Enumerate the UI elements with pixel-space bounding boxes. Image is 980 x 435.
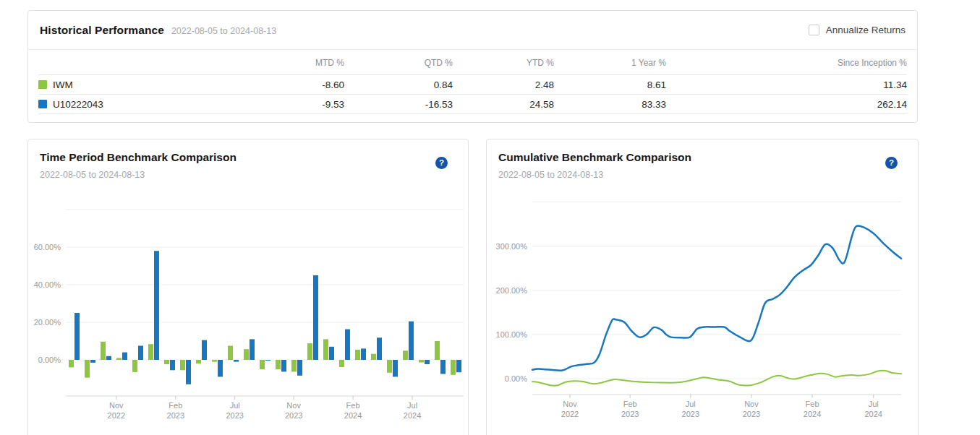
chart-title: Time Period Benchmark Comparison	[40, 151, 456, 164]
historical-performance-header: Historical Performance 2022-08-05 to 202…	[28, 11, 917, 50]
bar-U10222043	[409, 322, 414, 360]
x-axis-label-year: 2022	[108, 411, 125, 420]
x-axis-label-year: 2023	[621, 410, 639, 418]
row-name: U10222043	[53, 99, 103, 110]
x-axis-label-month: Jul	[869, 400, 879, 408]
bar-U10222043	[361, 348, 366, 360]
bar-U10222043	[74, 313, 80, 360]
x-axis-label-year: 2023	[743, 410, 760, 418]
bar-IWM	[148, 344, 153, 360]
bar-IWM	[85, 360, 90, 378]
panel-title: Historical Performance	[40, 24, 164, 37]
bar-U10222043	[170, 360, 175, 370]
x-axis-label-year: 2023	[285, 411, 302, 420]
bar-U10222043	[122, 353, 127, 360]
bar-IWM	[196, 360, 201, 363]
x-axis-label-month: Feb	[169, 401, 182, 410]
bar-IWM	[116, 358, 122, 360]
bar-U10222043	[377, 337, 382, 360]
bar-U10222043	[329, 347, 334, 360]
annualize-checkbox[interactable]	[809, 25, 819, 35]
row-label-column-header	[38, 50, 284, 75]
bar-U10222043	[345, 330, 350, 360]
x-axis-label-year: 2024	[404, 411, 421, 420]
y-axis-label: 0.00%	[505, 374, 527, 383]
x-axis-label-year: 2022	[561, 410, 579, 418]
y-axis-label: 300.00%	[496, 242, 528, 251]
bar-U10222043	[106, 356, 111, 360]
cumulative-benchmark-panel: 0.00%100.00%200.00%300.00%Nov2022Feb2023…	[486, 139, 919, 435]
y-axis-label: 60.00%	[34, 243, 61, 251]
bar-IWM	[323, 339, 328, 360]
x-axis-label-year: 2023	[682, 410, 699, 418]
row-label-cell: IWM	[38, 75, 284, 95]
x-axis-label-month: Jul	[407, 401, 417, 410]
x-axis-label-month: Jul	[230, 401, 240, 410]
x-axis-label-year: 2023	[167, 411, 184, 420]
x-axis-label-month: Feb	[806, 400, 819, 408]
x-axis-label-month: Jul	[686, 400, 696, 408]
x-axis-label-year: 2023	[226, 411, 244, 420]
bar-U10222043	[456, 360, 461, 372]
line-IWM	[532, 371, 901, 386]
x-axis-label-month: Nov	[286, 401, 301, 410]
bar-U10222043	[297, 360, 302, 376]
historical-performance-panel: Historical Performance 2022-08-05 to 202…	[27, 10, 918, 123]
bar-U10222043	[313, 275, 318, 360]
metric-value: 11.34	[666, 75, 907, 95]
annualize-label: Annualize Returns	[826, 25, 906, 35]
bar-IWM	[164, 360, 169, 364]
bar-IWM	[307, 343, 312, 360]
metric-value: -16.53	[344, 95, 453, 114]
row-label-cell: U10222043	[38, 95, 284, 114]
bar-IWM	[212, 360, 217, 362]
bar-IWM	[339, 360, 344, 367]
column-header: MTD %	[284, 50, 344, 75]
x-axis-label-month: Nov	[744, 400, 759, 408]
chart-date-range: 2022-08-05 to 2024-08-13	[40, 170, 456, 180]
help-icon[interactable]: ?	[435, 157, 448, 169]
bar-IWM	[291, 360, 297, 371]
bar-U10222043	[90, 360, 95, 363]
metric-value: 24.58	[453, 95, 554, 114]
line-U10222043	[532, 225, 901, 370]
chart-title: Cumulative Benchmark Comparison	[498, 151, 906, 164]
metric-value: 2.48	[453, 75, 554, 95]
x-axis-label-year: 2024	[344, 411, 362, 420]
x-axis-label-month: Nov	[109, 401, 124, 410]
bar-IWM	[69, 360, 74, 367]
bar-IWM	[101, 342, 106, 360]
metric-value: 8.61	[554, 75, 666, 95]
x-axis-label-year: 2024	[865, 410, 882, 418]
bar-IWM	[132, 360, 137, 372]
table-row: IWM-8.600.842.488.6111.34	[38, 75, 907, 95]
column-header: 1 Year %	[554, 50, 666, 75]
y-axis-label: 100.00%	[496, 330, 528, 339]
bar-IWM	[435, 341, 440, 360]
y-axis-label: 0.00%	[38, 356, 61, 364]
column-header: QTD %	[344, 50, 453, 75]
time-period-benchmark-panel: 0.00%20.00%40.00%60.00%Nov2022Feb2023Jul…	[27, 139, 469, 435]
metric-value: -8.60	[284, 75, 344, 95]
bar-IWM	[387, 360, 392, 373]
bar-IWM	[276, 360, 281, 369]
metric-value: 262.14	[666, 95, 907, 114]
table-row: U10222043-9.53-16.5324.5883.33262.14	[38, 95, 907, 114]
x-axis-label-month: Feb	[623, 400, 637, 408]
bar-U10222043	[281, 360, 286, 371]
portfolio-performance-page: Historical Performance 2022-08-05 to 202…	[0, 0, 980, 435]
bar-U10222043	[393, 360, 398, 376]
time-period-benchmark-chart: 0.00%20.00%40.00%60.00%Nov2022Feb2023Jul…	[28, 139, 468, 435]
bar-IWM	[403, 350, 408, 360]
x-axis-label-year: 2024	[804, 410, 821, 418]
y-axis-label: 20.00%	[34, 318, 61, 327]
bar-U10222043	[250, 339, 255, 360]
series-color-swatch	[38, 80, 47, 89]
metric-value: 83.33	[554, 95, 666, 114]
annualize-returns-control[interactable]: Annualize Returns	[809, 25, 906, 35]
y-axis-label: 200.00%	[496, 286, 528, 295]
bar-U10222043	[440, 360, 446, 374]
y-axis-label: 40.00%	[34, 280, 61, 289]
help-icon[interactable]: ?	[885, 157, 898, 169]
series-color-swatch	[38, 100, 47, 108]
